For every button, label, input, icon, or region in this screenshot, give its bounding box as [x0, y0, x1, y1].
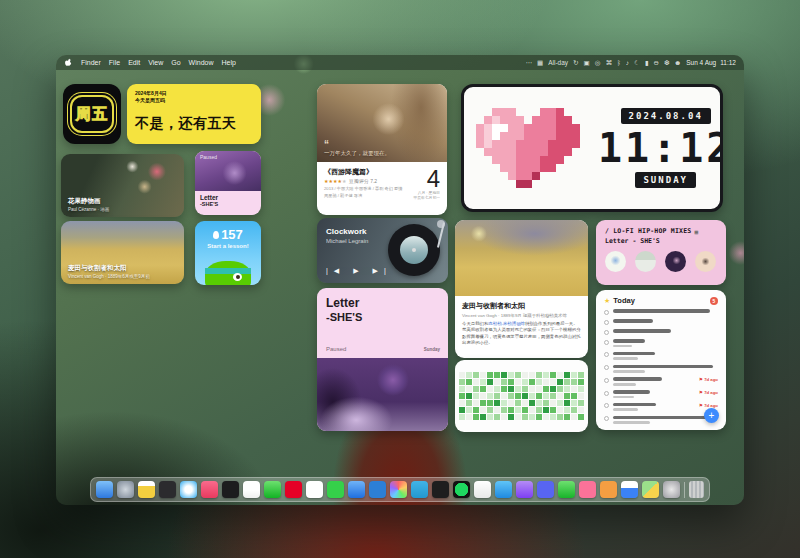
- checkbox[interactable]: [604, 352, 609, 357]
- todo-item[interactable]: [604, 339, 718, 347]
- sticker[interactable]: [665, 251, 686, 272]
- checkbox[interactable]: [604, 330, 609, 335]
- dock-app-icon[interactable]: [327, 481, 344, 498]
- checkbox[interactable]: [604, 365, 609, 370]
- checkbox[interactable]: [604, 378, 609, 383]
- menu-item[interactable]: Finder: [81, 59, 101, 66]
- status-icon[interactable]: ☻: [674, 59, 681, 66]
- star-icon: ★: [604, 297, 610, 305]
- menu-item[interactable]: Edit: [128, 59, 140, 66]
- dock-app-icon[interactable]: [537, 481, 554, 498]
- checkbox[interactable]: [604, 403, 609, 408]
- letter-player-widget[interactable]: Letter -SHE'S Paused Sunday: [317, 288, 448, 431]
- menu-clock[interactable]: Sun 4 Aug 11:12: [686, 59, 736, 66]
- apple-logo-icon[interactable]: [64, 58, 73, 67]
- next-track-button[interactable]: ▶|: [373, 267, 392, 274]
- dock-app-icon[interactable]: [579, 481, 596, 498]
- dock-app-icon[interactable]: [159, 481, 176, 498]
- status-icon[interactable]: ☾: [634, 59, 640, 67]
- dock-app-icon[interactable]: [264, 481, 281, 498]
- status-icon[interactable]: ⊖: [653, 59, 658, 67]
- dock-app-icon[interactable]: [411, 481, 428, 498]
- menu-item[interactable]: Help: [221, 59, 235, 66]
- checkbox[interactable]: [604, 391, 609, 396]
- status-icon[interactable]: ↻: [573, 59, 578, 67]
- sticker[interactable]: [695, 251, 716, 272]
- previous-track-button[interactable]: |◀: [326, 267, 345, 274]
- clockwork-player-widget[interactable]: Clockwork Michael Legrain |◀ ▶ ▶|: [317, 218, 448, 283]
- checkbox[interactable]: [604, 320, 609, 325]
- cezanne-art-widget[interactable]: 花果静物画 Paul Cézanne · 油画: [61, 154, 184, 217]
- dock-app-icon[interactable]: [390, 481, 407, 498]
- friday-countdown-widget[interactable]: 2024年8月4日 今天是周五吗 不是，还有五天: [127, 84, 261, 144]
- todo-text-redacted: [613, 319, 718, 323]
- dock-app-icon[interactable]: [180, 481, 197, 498]
- sticker[interactable]: [605, 251, 626, 272]
- status-icon[interactable]: ⌘: [605, 59, 612, 67]
- dock-app-icon[interactable]: [243, 481, 260, 498]
- dock-app-icon[interactable]: [222, 481, 239, 498]
- movie-rating: 豆瓣评分 7.2: [349, 178, 377, 184]
- music-paused-widget[interactable]: Paused Letter -SHE'S: [195, 151, 261, 215]
- todo-item[interactable]: [604, 365, 718, 373]
- add-reminder-button[interactable]: +: [704, 408, 719, 423]
- vangogh-small-art-widget[interactable]: 麦田与收割者和太阳 Vincent van Gogh · 1889年6月或至9月…: [61, 221, 184, 284]
- today-reminders-widget[interactable]: ★ Today 5: [596, 290, 726, 430]
- art-subtitle: Paul Cézanne · 油画: [68, 207, 109, 212]
- dock-app-icon[interactable]: [96, 481, 113, 498]
- todo-item[interactable]: [604, 416, 718, 424]
- dock-app-icon[interactable]: [117, 481, 134, 498]
- pixel-heart-clock-widget[interactable]: 2024.08.04 11:12 SUNDAY: [461, 84, 723, 212]
- lofi-playlist-widget[interactable]: / LO-FI HIP-HOP MIXES ▦ Letter - SHE'S: [596, 220, 726, 285]
- dock-app-icon[interactable]: [495, 481, 512, 498]
- status-icon[interactable]: ⋯: [526, 59, 533, 67]
- status-icon[interactable]: ▦: [537, 59, 543, 67]
- dock-app-icon[interactable]: [474, 481, 491, 498]
- status-icon[interactable]: ▣: [584, 59, 590, 67]
- status-icon[interactable]: ❆: [664, 59, 669, 67]
- dock-app-icon[interactable]: [600, 481, 617, 498]
- dock-app-icon[interactable]: [621, 481, 638, 498]
- vangogh-large-art-widget[interactable]: 麦田与收割者和太阳 Vincent van Gogh · 1889年9月 现藏于…: [455, 220, 588, 358]
- dock-app-icon[interactable]: [369, 481, 386, 498]
- trash-icon[interactable]: [689, 481, 704, 498]
- dock-app-icon[interactable]: [348, 481, 365, 498]
- dock-app-icon[interactable]: [306, 481, 323, 498]
- menu-item[interactable]: File: [109, 59, 120, 66]
- todo-item[interactable]: [604, 329, 718, 335]
- habit-grid-widget[interactable]: [455, 360, 588, 432]
- play-button[interactable]: ▶: [353, 267, 364, 274]
- dock-app-icon[interactable]: [663, 481, 680, 498]
- todo-item[interactable]: ⚑ 7d ago: [604, 377, 718, 385]
- dock-app-icon[interactable]: [558, 481, 575, 498]
- menu-item[interactable]: Window: [189, 59, 214, 66]
- checkbox[interactable]: [604, 340, 609, 345]
- friday-icon-frame: 周五: [70, 95, 114, 133]
- dock-app-icon[interactable]: [642, 481, 659, 498]
- todo-item[interactable]: [604, 309, 718, 315]
- todo-item[interactable]: ⚑ 7d ago: [604, 390, 718, 398]
- duolingo-streak-widget[interactable]: 157 Start a lesson!: [195, 221, 261, 285]
- status-icon[interactable]: ᛒ: [617, 59, 621, 66]
- status-icon[interactable]: All-day: [548, 59, 568, 66]
- checkbox[interactable]: [604, 310, 609, 315]
- todo-item[interactable]: [604, 352, 718, 360]
- todo-item[interactable]: ⚑ 7d ago: [604, 403, 718, 411]
- movie-calendar-widget[interactable]: “ 一万年太久了，就要现在。 《西游降魔篇》 ★★★★★ 豆瓣评分 7.2 20…: [317, 84, 447, 215]
- dock-app-icon[interactable]: [138, 481, 155, 498]
- dock-app-icon[interactable]: [453, 481, 470, 498]
- dock-app-icon[interactable]: [285, 481, 302, 498]
- friday-app-icon[interactable]: 周五: [63, 84, 121, 144]
- menu-item[interactable]: Go: [171, 59, 180, 66]
- sticker[interactable]: [635, 251, 656, 272]
- status-icon[interactable]: ▮: [645, 59, 649, 67]
- dock-app-icon[interactable]: [201, 481, 218, 498]
- dock-app-icon[interactable]: [432, 481, 449, 498]
- status-icon[interactable]: ♪: [626, 59, 629, 66]
- menu-item[interactable]: View: [148, 59, 163, 66]
- checkbox[interactable]: [604, 416, 609, 421]
- dock-app-icon[interactable]: [516, 481, 533, 498]
- museum-link[interactable]: 克勒勒-米勒博物馆: [488, 321, 525, 326]
- status-icon[interactable]: ◎: [595, 59, 601, 67]
- todo-item[interactable]: [604, 319, 718, 325]
